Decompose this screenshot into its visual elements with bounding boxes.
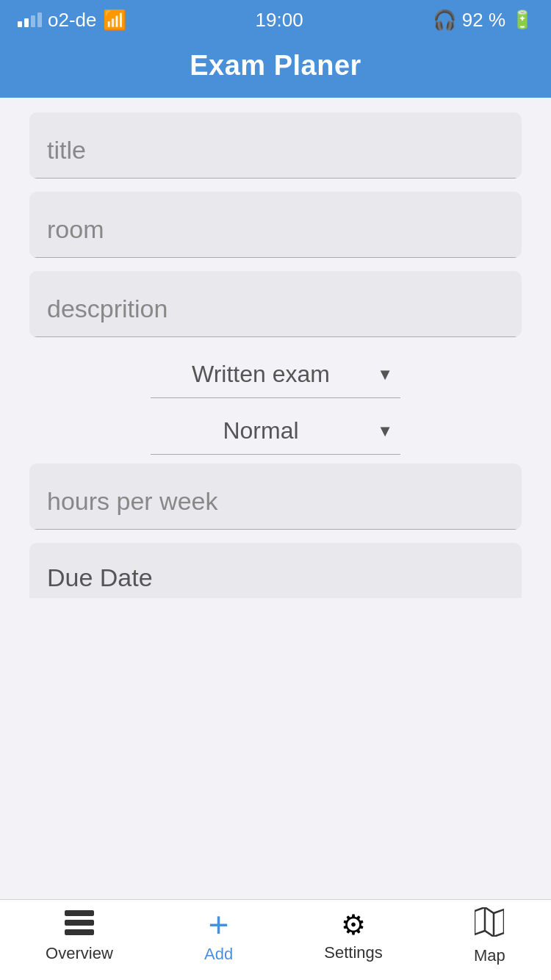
- room-input[interactable]: [29, 192, 522, 258]
- nav-item-settings[interactable]: ⚙ Settings: [309, 911, 397, 962]
- exam-type-select[interactable]: Written exam Oral exam Practical: [151, 350, 400, 398]
- headphone-icon: 🎧: [433, 9, 456, 32]
- map-icon: [475, 907, 504, 942]
- status-bar: o2-de 📶 19:00 🎧 92 % 🔋: [0, 0, 551, 40]
- status-right: 🎧 92 % 🔋: [433, 9, 533, 32]
- svg-marker-3: [475, 907, 504, 937]
- bottom-nav: Overview + Add ⚙ Settings Map: [0, 899, 551, 980]
- nav-item-overview[interactable]: Overview: [31, 910, 128, 963]
- title-input[interactable]: [29, 112, 522, 179]
- exam-type-wrapper: Written exam Oral exam Practical ▼: [151, 350, 400, 398]
- hours-field-container: [29, 464, 522, 530]
- due-date-label: Due Date: [29, 543, 522, 598]
- wifi-icon: 📶: [103, 9, 126, 32]
- nav-item-add[interactable]: + Add: [190, 909, 248, 964]
- title-field-container: [29, 112, 522, 179]
- battery-icon: 🔋: [511, 10, 533, 30]
- time-label: 19:00: [256, 9, 303, 32]
- svg-rect-2: [65, 929, 94, 935]
- priority-select[interactable]: Low Normal High: [151, 407, 400, 455]
- description-field-container: [29, 271, 522, 337]
- priority-dropdown-container: Low Normal High ▼: [151, 407, 400, 455]
- settings-nav-label: Settings: [324, 943, 383, 962]
- hours-input[interactable]: [29, 464, 522, 530]
- overview-icon: [65, 910, 94, 940]
- room-field-container: [29, 192, 522, 258]
- add-nav-label: Add: [204, 945, 233, 964]
- nav-item-map[interactable]: Map: [459, 907, 520, 965]
- battery-label: 92 %: [462, 9, 505, 32]
- overview-nav-label: Overview: [46, 944, 113, 963]
- carrier-label: o2-de: [48, 9, 97, 32]
- settings-icon: ⚙: [341, 911, 366, 939]
- map-nav-label: Map: [474, 946, 505, 965]
- priority-wrapper: Low Normal High ▼: [151, 407, 400, 455]
- exam-type-dropdown-container: Written exam Oral exam Practical ▼: [151, 350, 400, 398]
- description-input[interactable]: [29, 271, 522, 337]
- svg-rect-1: [65, 920, 94, 926]
- status-left: o2-de 📶: [18, 9, 126, 32]
- app-title: Exam Planer: [0, 50, 551, 82]
- signal-icon: [18, 12, 42, 27]
- main-content: Written exam Oral exam Practical ▼ Low N…: [0, 98, 551, 899]
- add-icon: +: [209, 909, 229, 940]
- app-header: Exam Planer: [0, 40, 551, 98]
- due-date-field-container: Due Date: [29, 543, 522, 598]
- svg-rect-0: [65, 910, 94, 916]
